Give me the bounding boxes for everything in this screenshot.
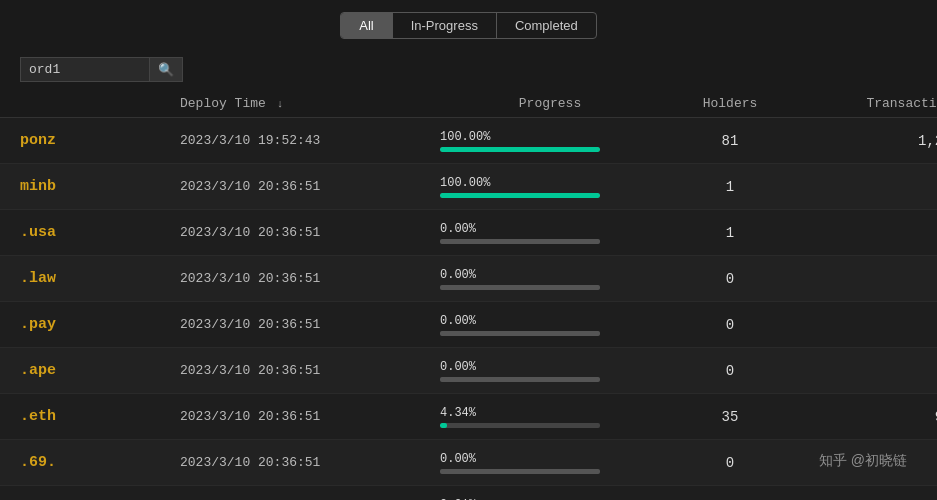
progress-bar-bg <box>440 331 600 336</box>
deploy-time: 2023/3/10 20:36:51 <box>180 225 440 240</box>
table-row[interactable]: .pay2023/3/10 20:36:510.00%01> <box>0 302 937 348</box>
deploy-time: 2023/3/10 20:36:51 <box>180 271 440 286</box>
table-row[interactable]: .law2023/3/10 20:36:510.00%01> <box>0 256 937 302</box>
progress-cell: 0.00% <box>440 360 660 382</box>
transactions: 2 <box>800 179 937 195</box>
progress-bar-fill <box>440 239 600 244</box>
holders: 35 <box>660 409 800 425</box>
progress-bar-fill <box>440 377 600 382</box>
progress-bar-fill <box>440 147 600 152</box>
tab-inprogress[interactable]: In-Progress <box>393 13 497 38</box>
progress-cell: 100.00% <box>440 130 660 152</box>
progress-label: 0.00% <box>440 314 476 328</box>
tab-all[interactable]: All <box>341 13 392 38</box>
ticker-minb: minb <box>20 178 180 195</box>
tab-completed[interactable]: Completed <box>497 13 596 38</box>
deploy-time: 2023/3/10 19:52:43 <box>180 133 440 148</box>
ticker-.pay: .pay <box>20 316 180 333</box>
holders: 0 <box>660 271 800 287</box>
progress-label: 0.00% <box>440 360 476 374</box>
progress-bar-bg <box>440 377 600 382</box>
progress-label: 0.00% <box>440 452 476 466</box>
col-progress: Progress <box>440 96 660 111</box>
sort-icon: ↓ <box>277 98 284 110</box>
watermark: 知乎 @初晓链 <box>819 452 907 470</box>
ticker-.69.: .69. <box>20 454 180 471</box>
deploy-time: 2023/3/10 20:36:51 <box>180 179 440 194</box>
holders: 81 <box>660 133 800 149</box>
tab-group: AllIn-ProgressCompleted <box>340 12 597 39</box>
transactions: 1 <box>800 317 937 333</box>
progress-label: 100.00% <box>440 176 490 190</box>
search-bar: 🔍 <box>0 49 937 90</box>
holders: 1 <box>660 225 800 241</box>
ticker-.ape: .ape <box>20 362 180 379</box>
top-bar: AllIn-ProgressCompleted <box>0 0 937 49</box>
ticker-ponz: ponz <box>20 132 180 149</box>
transactions: 1 <box>800 271 937 287</box>
table-row[interactable]: .ape2023/3/10 20:36:510.00%01> <box>0 348 937 394</box>
deploy-time: 2023/3/10 20:36:51 <box>180 409 440 424</box>
transactions: 2 <box>800 225 937 241</box>
progress-bar-fill <box>440 469 600 474</box>
ticker-.law: .law <box>20 270 180 287</box>
transactions: 1,296 <box>800 133 937 149</box>
table-body: ponz2023/3/10 19:52:43100.00%811,296>min… <box>0 118 937 500</box>
progress-bar-fill <box>440 193 600 198</box>
table-header: Deploy Time ↓ Progress Holders Transacti… <box>0 90 937 118</box>
ticker-.usa: .usa <box>20 224 180 241</box>
holders: 0 <box>660 455 800 471</box>
col-deploy-time: Deploy Time ↓ <box>180 96 440 111</box>
progress-bar-bg <box>440 147 600 152</box>
progress-bar-bg <box>440 469 600 474</box>
deploy-time: 2023/3/10 20:36:51 <box>180 317 440 332</box>
progress-cell: 100.00% <box>440 176 660 198</box>
transactions: 918 <box>800 409 937 425</box>
progress-cell: 0.00% <box>440 314 660 336</box>
progress-bar-fill <box>440 285 600 290</box>
progress-bar-bg <box>440 423 600 428</box>
progress-cell: 0.00% <box>440 268 660 290</box>
col-ticker <box>20 96 180 111</box>
progress-bar-bg <box>440 239 600 244</box>
table-row[interactable]: .69.2023/3/10 20:36:510.00%01> <box>0 440 937 486</box>
deploy-time: 2023/3/10 20:36:51 <box>180 455 440 470</box>
progress-bar-fill <box>440 423 447 428</box>
search-input[interactable] <box>20 57 150 82</box>
table-row[interactable]: .eth2023/3/10 20:36:514.34%35918> <box>0 394 937 440</box>
transactions: 1 <box>800 363 937 379</box>
progress-bar-bg <box>440 193 600 198</box>
table-row[interactable]: .4202023/3/10 20:36:510.01%34> <box>0 486 937 500</box>
table-row[interactable]: .usa2023/3/10 20:36:510.00%12> <box>0 210 937 256</box>
progress-label: 0.00% <box>440 222 476 236</box>
progress-label: 0.00% <box>440 268 476 282</box>
col-transactions: Transactions <box>800 96 937 111</box>
table-row[interactable]: minb2023/3/10 20:36:51100.00%12> <box>0 164 937 210</box>
holders: 0 <box>660 363 800 379</box>
progress-bar-bg <box>440 285 600 290</box>
progress-cell: 0.00% <box>440 452 660 474</box>
search-button[interactable]: 🔍 <box>150 57 183 82</box>
progress-bar-fill <box>440 331 600 336</box>
progress-label: 100.00% <box>440 130 490 144</box>
progress-label: 4.34% <box>440 406 476 420</box>
table-container: Deploy Time ↓ Progress Holders Transacti… <box>0 90 937 500</box>
progress-cell: 0.00% <box>440 222 660 244</box>
holders: 1 <box>660 179 800 195</box>
progress-cell: 4.34% <box>440 406 660 428</box>
deploy-time: 2023/3/10 20:36:51 <box>180 363 440 378</box>
ticker-.eth: .eth <box>20 408 180 425</box>
col-holders: Holders <box>660 96 800 111</box>
table-row[interactable]: ponz2023/3/10 19:52:43100.00%811,296> <box>0 118 937 164</box>
holders: 0 <box>660 317 800 333</box>
